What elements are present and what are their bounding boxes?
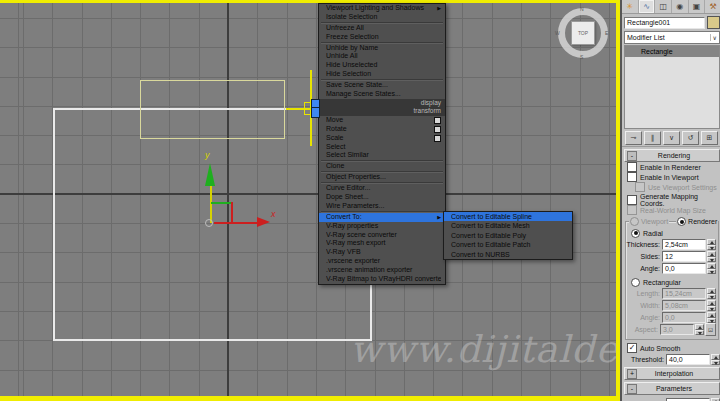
radio-renderer[interactable]: Renderer	[676, 217, 718, 226]
angle-input[interactable]: 0,0	[662, 263, 706, 274]
thickness-spinner[interactable]	[707, 239, 716, 250]
menu-item-label: Isolate Selection	[326, 13, 441, 22]
command-panel: ✳ ∿ ◫ ◉ ▣ ⚒ Rectangle001 Modifier List ∨…	[620, 0, 720, 401]
tab-modify[interactable]: ∿	[639, 0, 656, 13]
gizmo-y-axis-arrow-icon[interactable]	[205, 163, 215, 186]
object-color-swatch[interactable]	[707, 16, 720, 29]
lock-aspect-button[interactable]: ⊡	[705, 323, 716, 336]
angle-spinner[interactable]	[707, 263, 716, 274]
menu-item-select-similar[interactable]: Select Similar	[319, 151, 445, 160]
menu-item-object-properties[interactable]: Object Properties...	[319, 173, 445, 182]
menu-item-move[interactable]: Move	[319, 116, 445, 125]
menu-item-hide-selection[interactable]: Hide Selection	[319, 70, 445, 79]
quad-label-display[interactable]: display	[319, 99, 445, 108]
menu-item-vrscene-exporter[interactable]: .vrscene exporter	[319, 257, 445, 266]
menu-item-hide-unselected[interactable]: Hide Unselected	[319, 61, 445, 70]
checkbox-label: Auto Smooth	[640, 345, 680, 352]
menu-item-save-scene-state[interactable]: Save Scene State...	[319, 81, 445, 90]
menu-item-label: Hide Unselected	[326, 61, 441, 70]
sides-spinner[interactable]	[707, 251, 716, 262]
renderer-group: Viewport Renderer Radial Thickness: 2,54…	[625, 221, 719, 340]
menu-item-convert-to-editable-poly[interactable]: Convert to Editable Poly	[444, 231, 572, 240]
menu-item-rotate[interactable]: Rotate	[319, 125, 445, 134]
menu-item-unhide-all[interactable]: Unhide All	[319, 52, 445, 61]
viewport-top[interactable]: www.dijitaldevs.c y x N E S W TOP	[0, 0, 620, 401]
menu-item-label: Save Scene State...	[326, 81, 441, 90]
menu-item-select[interactable]: Select	[319, 143, 445, 152]
menu-item-convert-to[interactable]: Convert To:▶	[319, 213, 445, 222]
menu-item-v-ray-vfb[interactable]: V-Ray VFB	[319, 248, 445, 257]
threshold-spinner[interactable]	[711, 354, 720, 365]
menu-item-label: Object Properties...	[326, 173, 441, 182]
viewcube-top-face[interactable]: TOP	[571, 21, 595, 45]
show-end-result-button[interactable]: ∥	[644, 131, 661, 145]
menu-item-curve-editor[interactable]: Curve Editor...	[319, 184, 445, 193]
pin-stack-button[interactable]: ⊸	[625, 131, 642, 145]
checkbox-icon	[627, 195, 637, 205]
checkbox-label: Enable In Viewport	[640, 174, 699, 181]
make-unique-button[interactable]: ∨	[663, 131, 680, 145]
menu-item-scale[interactable]: Scale	[319, 134, 445, 143]
gizmo-x-axis-shaft[interactable]	[214, 222, 258, 224]
tab-hierarchy[interactable]: ◫	[655, 0, 672, 13]
configure-modifier-sets-button[interactable]: ⊞	[701, 131, 718, 145]
checkbox-enable-in-renderer[interactable]: Enable In Renderer	[622, 162, 720, 172]
menu-item-label: Unfreeze All	[326, 24, 441, 33]
show-end-result-icon: ∥	[651, 134, 655, 142]
quad-label-transform[interactable]: transform	[319, 107, 445, 116]
menu-item-convert-to-editable-spline[interactable]: Convert to Editable Spline	[444, 212, 572, 221]
object-name-field[interactable]: Rectangle001	[624, 17, 705, 29]
thickness-input[interactable]: 2,54cm	[662, 239, 706, 250]
viewcube[interactable]: N E S W TOP	[556, 6, 610, 60]
checkbox-icon	[627, 205, 637, 215]
menu-item-freeze-selection[interactable]: Freeze Selection	[319, 33, 445, 42]
tab-display[interactable]: ▣	[689, 0, 706, 13]
rectangle-shape-selected[interactable]	[140, 80, 285, 139]
gizmo-xy-plane-handle-red[interactable]	[231, 202, 233, 223]
threshold-input[interactable]: 40,0	[666, 354, 710, 365]
modifier-list-dropdown[interactable]: Modifier List ∨	[624, 31, 720, 44]
gizmo-xy-plane-handle-green[interactable]	[211, 202, 232, 204]
remove-modifier-button[interactable]: ↺	[682, 131, 699, 145]
rollout-interpolation-header[interactable]: + Interpolation	[624, 367, 720, 380]
field-label: Threshold:	[631, 356, 664, 363]
settings-box-icon[interactable]	[434, 126, 441, 133]
menu-item-v-ray-mesh-export[interactable]: V-Ray mesh export	[319, 239, 445, 248]
menu-item-manage-scene-states[interactable]: Manage Scene States...	[319, 90, 445, 99]
sides-input[interactable]: 12	[662, 251, 706, 262]
gizmo-x-axis-arrow-icon[interactable]	[257, 217, 270, 227]
tab-utilities[interactable]: ⚒	[705, 0, 720, 13]
menu-item-convert-to-editable-patch[interactable]: Convert to Editable Patch	[444, 240, 572, 249]
tab-motion[interactable]: ◉	[672, 0, 689, 13]
modifier-stack[interactable]: Rectangle	[624, 45, 720, 129]
expand-icon: +	[627, 369, 637, 379]
menu-item-v-ray-scene-converter[interactable]: V-Ray scene converter	[319, 231, 445, 240]
menu-item-viewport-lighting-and-shadows[interactable]: Viewport Lighting and Shadows▶	[319, 4, 445, 13]
menu-item-convert-to-nurbs[interactable]: Convert to NURBS	[444, 250, 572, 259]
checkbox-generate-mapping-coords[interactable]: Generate Mapping Coords.	[622, 195, 720, 205]
menu-item-unhide-by-name[interactable]: Unhide by Name	[319, 44, 445, 53]
modifier-stack-item-rectangle[interactable]: Rectangle	[625, 46, 719, 57]
rollout-parameters-header[interactable]: - Parameters	[624, 382, 720, 395]
pin-stack-icon: ⊸	[631, 134, 637, 142]
menu-item-dope-sheet[interactable]: Dope Sheet...	[319, 193, 445, 202]
radio-rectangular[interactable]: Rectangular	[626, 277, 718, 287]
menu-item-clone[interactable]: Clone	[319, 162, 445, 171]
menu-item-convert-to-editable-mesh[interactable]: Convert to Editable Mesh	[444, 221, 572, 230]
menu-item-v-ray-properties[interactable]: V-Ray properties	[319, 222, 445, 231]
menu-item-isolate-selection[interactable]: Isolate Selection	[319, 13, 445, 22]
radio-radial[interactable]: Radial	[626, 228, 718, 238]
field-length-render: Length: 15,24cm	[626, 288, 716, 299]
settings-box-icon[interactable]	[434, 117, 441, 124]
menu-item-label: Convert to Editable Patch	[451, 240, 568, 249]
rollout-rendering-header[interactable]: - Rendering	[624, 149, 720, 162]
menu-item-v-ray-bitmap-to-vrayhdri-converter[interactable]: V-Ray Bitmap to VRayHDRI converter	[319, 275, 445, 284]
checkbox-enable-in-viewport[interactable]: Enable In Viewport	[622, 172, 720, 182]
settings-box-icon[interactable]	[434, 135, 441, 142]
menu-item-vrscene-animation-exporter[interactable]: .vrscene animation exporter	[319, 266, 445, 275]
menu-item-wire-parameters[interactable]: Wire Parameters...	[319, 202, 445, 211]
menu-item-unfreeze-all[interactable]: Unfreeze All	[319, 24, 445, 33]
checkbox-auto-smooth[interactable]: Auto Smooth	[622, 343, 720, 353]
gizmo-y-axis-shaft[interactable]	[210, 186, 212, 223]
tab-create[interactable]: ✳	[622, 0, 639, 13]
